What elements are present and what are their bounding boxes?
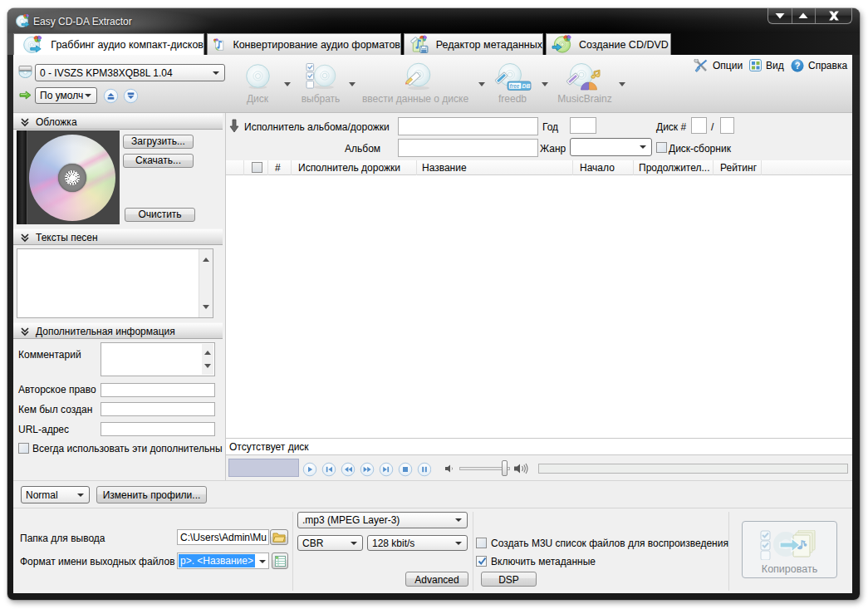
svg-text:DB: DB <box>522 83 531 89</box>
svg-text:?: ? <box>795 61 801 71</box>
svg-text:free: free <box>510 83 520 89</box>
